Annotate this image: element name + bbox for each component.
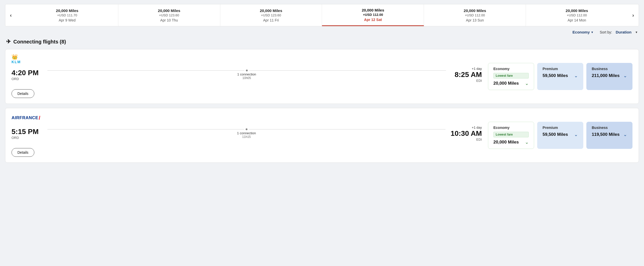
fare-expand-icon-1-1[interactable]: ⌄: [574, 132, 578, 137]
sort-chevron-icon[interactable]: ▼: [635, 31, 638, 34]
connection-line-1: [47, 128, 445, 130]
date-item-3[interactable]: 20,000 Miles +USD 112.00 Apr 12 Sat: [322, 4, 424, 26]
klm-crown-icon: 👑: [12, 54, 18, 59]
duration-text-0: 10h05: [242, 76, 251, 80]
fare-box-1-economy[interactable]: Economy Lowest fare 20,000 Miles ⌄: [488, 122, 534, 149]
date-items-container: 20,000 Miles +USD 111.70 Apr 9 Wed 20,00…: [16, 4, 628, 26]
date-item-1[interactable]: 20,000 Miles +USD 123.60 Apr 10 Thu: [118, 4, 220, 26]
date-miles-1: 20,000 Miles: [158, 8, 180, 13]
date-item-0[interactable]: 20,000 Miles +USD 111.70 Apr 9 Wed: [16, 4, 118, 26]
date-item-4[interactable]: 20,000 Miles +USD 112.00 Apr 13 Sun: [424, 4, 526, 26]
fare-expand-icon-0-0[interactable]: ⌄: [525, 81, 529, 86]
flight-left-1: AIRFRANCE / 5:15 PM ORD 1 connection 11h…: [12, 114, 482, 157]
date-usd-2: +USD 123.60: [261, 13, 281, 17]
airfrance-text: AIRFRANCE: [12, 115, 38, 120]
arrive-block-0: +1 day 8:25 AM EDI: [451, 67, 482, 83]
fare-box-1-premium[interactable]: Premium 59,500 Miles ⌄: [537, 122, 583, 149]
klm-logo: 👑 KLM: [12, 54, 21, 64]
date-day-0: Apr 9 Wed: [59, 18, 76, 22]
duration-text-1: 11h15: [242, 135, 251, 139]
fare-box-0-premium[interactable]: Premium 59,500 Miles ⌄: [537, 63, 583, 90]
cabin-class-label: Economy: [573, 30, 590, 34]
fare-miles-row-0-0: 20,000 Miles ⌄: [493, 81, 529, 86]
sort-value-label: Duration: [616, 30, 631, 34]
date-miles-0: 20,000 Miles: [56, 8, 78, 13]
date-item-5[interactable]: 20,000 Miles +USD 112.00 Apr 14 Mon: [526, 4, 628, 26]
date-usd-4: +USD 112.00: [465, 13, 485, 17]
details-button-1[interactable]: Details: [12, 148, 34, 157]
depart-airport-0: ORD: [12, 77, 42, 81]
airline-logo-0: 👑 KLM: [12, 55, 482, 63]
date-usd-5: +USD 112.00: [567, 13, 587, 17]
cabin-chevron-icon: ▼: [591, 31, 594, 34]
details-button-0[interactable]: Details: [12, 89, 34, 98]
date-usd-3: +USD 112.00: [363, 13, 383, 17]
line-seg-right-0: [249, 70, 446, 71]
fare-options-0: Economy Lowest fare 20,000 Miles ⌄ Premi…: [488, 63, 632, 90]
controls-row: Economy ▼ Sort by: Duration ▼: [0, 26, 644, 36]
date-item-2[interactable]: 20,000 Miles +USD 123.60 Apr 11 Fri: [220, 4, 322, 26]
connection-dot-0: [246, 70, 248, 71]
fare-box-0-economy[interactable]: Economy Lowest fare 20,000 Miles ⌄: [488, 63, 534, 90]
arrive-day-1: +1 day: [451, 126, 482, 129]
fare-miles-row-0-1: 59,500 Miles ⌄: [543, 73, 578, 79]
fare-miles-0-1: 59,500 Miles: [543, 73, 568, 78]
section-heading: ✈ Connecting flights (8): [0, 36, 644, 49]
fare-miles-row-1-0: 20,000 Miles ⌄: [493, 139, 529, 145]
cabin-class-dropdown[interactable]: Economy ▼: [573, 30, 594, 34]
airfrance-logo: AIRFRANCE /: [12, 115, 40, 121]
depart-time-0: 4:20 PM: [12, 69, 42, 77]
flight-times-1: 5:15 PM ORD 1 connection 11h15 +1 day 10…: [12, 126, 482, 141]
fare-expand-icon-0-1[interactable]: ⌄: [574, 73, 578, 79]
date-miles-3: 20,000 Miles: [362, 8, 384, 12]
depart-block-1: 5:15 PM ORD: [12, 128, 42, 140]
airfrance-stripe-icon: /: [39, 115, 40, 121]
fare-type-label-0-0: Economy: [493, 67, 529, 71]
fare-miles-0-0: 20,000 Miles: [493, 81, 519, 86]
date-usd-0: +USD 111.70: [57, 13, 77, 17]
date-day-2: Apr 11 Fri: [263, 18, 279, 22]
line-seg-right-1: [249, 129, 446, 129]
connection-text-1: 1 connection: [237, 131, 256, 135]
connection-line-0: [47, 70, 446, 71]
airline-logo-1: AIRFRANCE /: [12, 114, 482, 122]
depart-block-0: 4:20 PM ORD: [12, 69, 42, 81]
flight-times-0: 4:20 PM ORD 1 connection 10h05 +1 day 8:…: [12, 67, 482, 83]
fare-miles-1-1: 59,500 Miles: [543, 132, 568, 137]
connection-text-0: 1 connection: [237, 72, 256, 76]
fare-miles-row-0-2: 211,000 Miles ⌄: [592, 73, 627, 79]
next-date-button[interactable]: ›: [628, 4, 639, 26]
date-day-3: Apr 12 Sat: [364, 18, 382, 22]
flights-container: 👑 KLM 4:20 PM ORD 1 connection 10h05: [0, 49, 644, 163]
date-miles-5: 20,000 Miles: [566, 8, 588, 13]
date-miles-2: 20,000 Miles: [260, 8, 282, 13]
prev-date-button[interactable]: ‹: [5, 4, 16, 26]
fare-type-label-0-1: Premium: [543, 67, 578, 71]
arrive-block-1: +1 day 10:30 AM EDI: [451, 126, 482, 141]
lowest-fare-badge-1-0: Lowest fare: [493, 132, 529, 137]
fare-expand-icon-1-0[interactable]: ⌄: [525, 139, 529, 145]
fare-miles-row-1-1: 59,500 Miles ⌄: [543, 132, 578, 137]
fare-expand-icon-0-2[interactable]: ⌄: [623, 73, 627, 79]
fare-options-1: Economy Lowest fare 20,000 Miles ⌄ Premi…: [488, 122, 632, 149]
arrive-time-0: 8:25 AM: [451, 71, 482, 79]
fare-type-label-1-2: Business: [592, 126, 627, 130]
connection-info-1: 1 connection 11h15: [42, 128, 451, 139]
lowest-fare-badge-0-0: Lowest fare: [493, 73, 529, 79]
arrive-time-1: 10:30 AM: [451, 129, 482, 138]
arrive-airport-1: EDI: [451, 138, 482, 141]
fare-miles-row-1-2: 119,500 Miles ⌄: [592, 132, 627, 137]
date-day-5: Apr 14 Mon: [568, 18, 586, 22]
date-miles-4: 20,000 Miles: [464, 8, 486, 13]
fare-type-label-1-1: Premium: [543, 126, 578, 130]
fare-box-1-business[interactable]: Business 119,500 Miles ⌄: [586, 122, 632, 149]
fare-box-0-business[interactable]: Business 211,000 Miles ⌄: [586, 63, 632, 90]
fare-expand-icon-1-2[interactable]: ⌄: [623, 132, 627, 137]
date-usd-1: +USD 123.60: [159, 13, 179, 17]
line-seg-left-1: [47, 129, 244, 129]
fare-type-label-0-2: Business: [592, 67, 627, 71]
fare-type-label-1-0: Economy: [493, 126, 529, 130]
flight-card-0: 👑 KLM 4:20 PM ORD 1 connection 10h05: [5, 49, 639, 104]
klm-text: KLM: [12, 60, 21, 64]
date-day-1: Apr 10 Thu: [160, 18, 178, 22]
